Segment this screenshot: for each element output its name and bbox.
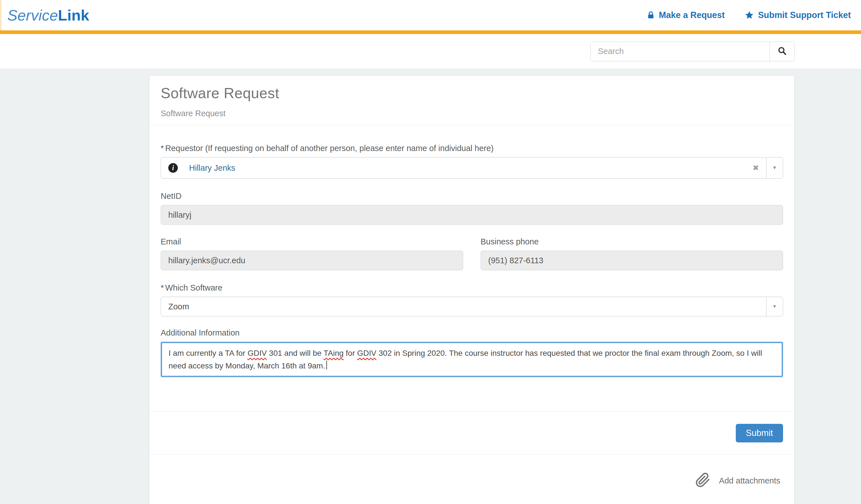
top-nav: Make a Request Submit Support Ticket — [646, 10, 851, 20]
lock-icon — [646, 11, 655, 19]
business-phone-field-group: Business phone (951) 827-6113 — [481, 237, 783, 270]
magnifier-icon — [777, 46, 787, 57]
email-field-group: Email hillary.jenks@ucr.edu — [161, 237, 463, 270]
nav-submit-support-ticket[interactable]: Submit Support Ticket — [744, 10, 851, 20]
additional-information-field: Additional Information I am currently a … — [161, 328, 783, 377]
software-request-card: Software Request Software Request *Reque… — [149, 75, 795, 504]
business-phone-label: Business phone — [481, 237, 783, 247]
submit-row: Submit — [149, 411, 794, 454]
email-label: Email — [161, 237, 463, 247]
netid-input: hillaryj — [161, 205, 783, 225]
which-software-label: *Which Software — [161, 283, 783, 293]
netid-label: NetID — [161, 192, 783, 201]
requestor-value: Hillary Jenks — [189, 164, 752, 173]
which-software-select[interactable]: Zoom ▼ — [161, 297, 783, 317]
email-input: hillary.jenks@ucr.edu — [161, 251, 463, 270]
netid-field-group: NetID hillaryj — [161, 192, 783, 225]
chevron-down-icon: ▼ — [773, 304, 777, 309]
search-bar — [590, 42, 795, 61]
required-marker: * — [161, 144, 164, 153]
chevron-down-icon: ▼ — [773, 165, 777, 171]
nav-make-a-request[interactable]: Make a Request — [646, 10, 725, 20]
nav-make-a-request-label: Make a Request — [659, 10, 725, 20]
card-header: Software Request Software Request — [149, 76, 794, 125]
requestor-label: *Requestor (If requesting on behalf of a… — [161, 144, 783, 153]
logo-service-text: Service — [7, 7, 58, 24]
paperclip-icon — [695, 473, 710, 489]
servicelink-logo[interactable]: ServiceLink — [7, 6, 89, 24]
requestor-field-group: *Requestor (If requesting on behalf of a… — [161, 144, 783, 179]
main-area: Software Request Software Request *Reque… — [0, 69, 861, 504]
page-subtitle: Software Request — [161, 109, 783, 118]
search-band — [0, 34, 861, 69]
text-cursor — [326, 361, 327, 369]
search-button[interactable] — [769, 42, 794, 61]
accent-bar — [0, 30, 861, 34]
header-left-accent — [0, 0, 1, 30]
requestor-combobox[interactable]: i Hillary Jenks ✖ ▼ — [161, 157, 783, 179]
app-header: ServiceLink Make a Request Submit Suppor… — [0, 0, 861, 30]
info-icon[interactable]: i — [168, 163, 178, 173]
nav-submit-support-ticket-label: Submit Support Ticket — [758, 10, 851, 20]
add-attachments[interactable]: Add attachments — [149, 454, 794, 489]
netid-value: hillaryj — [168, 210, 191, 220]
business-phone-value: (951) 827-6113 — [488, 256, 543, 265]
business-phone-input: (951) 827-6113 — [481, 251, 783, 270]
additional-information-text: I am currently a TA for GDIV 301 and wil… — [168, 347, 775, 372]
additional-information-textarea[interactable]: I am currently a TA for GDIV 301 and wil… — [161, 342, 783, 377]
email-value: hillary.jenks@ucr.edu — [168, 256, 245, 265]
email-phone-row: Email hillary.jenks@ucr.edu Business pho… — [161, 237, 783, 270]
submit-button[interactable]: Submit — [736, 424, 783, 443]
search-input[interactable] — [591, 42, 769, 61]
logo-link-text: Link — [58, 7, 89, 24]
which-software-dropdown-button[interactable]: ▼ — [766, 297, 783, 316]
form-body: *Requestor (If requesting on behalf of a… — [149, 125, 794, 377]
which-software-field-group: *Which Software Zoom ▼ — [161, 283, 783, 317]
star-icon — [744, 10, 754, 20]
required-marker: * — [161, 283, 164, 292]
which-software-value: Zoom — [161, 302, 766, 311]
page-title: Software Request — [161, 85, 783, 101]
additional-information-label: Additional Information — [161, 328, 783, 337]
requestor-dropdown-button[interactable]: ▼ — [766, 157, 783, 178]
clear-icon[interactable]: ✖ — [752, 164, 759, 172]
add-attachments-label: Add attachments — [719, 476, 780, 486]
